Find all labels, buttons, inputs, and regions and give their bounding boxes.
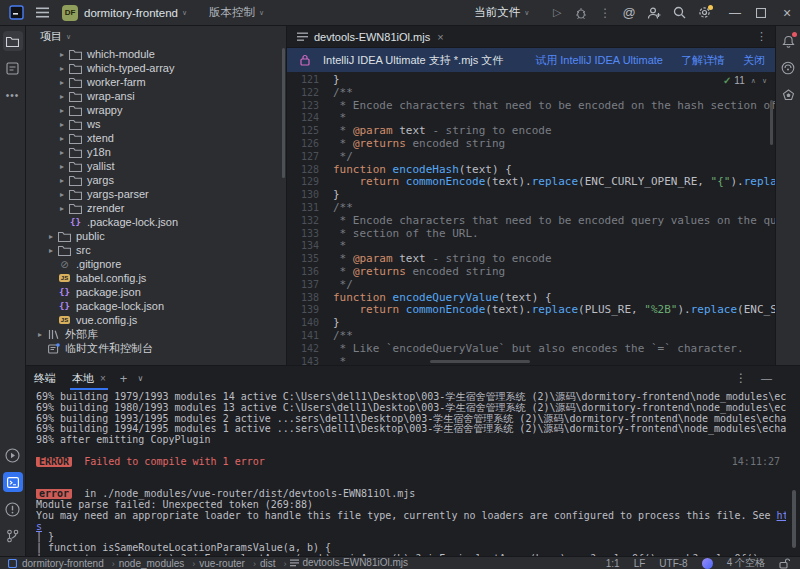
search-icon[interactable] [669, 3, 689, 23]
editor-vscrollbar[interactable] [770, 100, 773, 145]
main-menu-icon[interactable] [32, 3, 52, 23]
settings-gear-icon[interactable] [694, 3, 714, 23]
tree-item[interactable]: ▸zrender [26, 201, 286, 215]
terminal-tool-icon[interactable] [3, 472, 23, 492]
tree-item[interactable]: ▸src [26, 243, 286, 257]
line-number[interactable]: 138 [287, 292, 319, 305]
next-problem-icon[interactable]: ∨ [762, 77, 767, 85]
line-ending[interactable]: LF [634, 558, 646, 569]
line-number[interactable]: 134 [287, 240, 319, 253]
breadcrumb-item[interactable]: vue-router [199, 558, 245, 569]
line-number[interactable]: 139 [287, 304, 319, 317]
caret-position[interactable]: 1:1 [606, 558, 620, 569]
tree-item[interactable]: ▸wrap-ansi [26, 89, 286, 103]
line-number[interactable]: 140 [287, 317, 319, 330]
terminal-title[interactable]: 终端 [34, 371, 56, 386]
tree-item[interactable]: JSbabel.config.js [26, 271, 286, 285]
line-number[interactable]: 126 [287, 138, 319, 151]
terminal-tab-local[interactable]: 本地 × [66, 366, 112, 390]
tree-item[interactable]: ▸which-module [26, 47, 286, 61]
inspections-widget[interactable]: ✓ 11 ∧ ∨ [721, 75, 769, 86]
plugin-shield-icon[interactable] [778, 85, 798, 105]
line-number[interactable]: 130 [287, 189, 319, 202]
tree-item[interactable]: ▸wrappy [26, 103, 286, 117]
plugin-status-icon[interactable] [702, 558, 713, 569]
vcs-widget[interactable]: 版本控制 ∨ [209, 5, 264, 20]
terminal-scrollbar[interactable] [792, 490, 796, 548]
line-number[interactable]: 133 [287, 228, 319, 241]
terminal-minimize-icon[interactable]: — [761, 372, 772, 384]
line-number[interactable]: 125 [287, 125, 319, 138]
line-number[interactable]: 128 [287, 164, 319, 177]
project-scrollbar[interactable] [282, 48, 285, 178]
terminal-tab-close-icon[interactable]: × [100, 373, 106, 384]
webpack-docs-link[interactable]: s [36, 522, 42, 532]
line-number[interactable]: 143 [287, 356, 319, 365]
line-number[interactable]: 127 [287, 151, 319, 164]
tree-item[interactable]: ▸which-typed-array [26, 61, 286, 75]
tree-item[interactable]: {}package.json [26, 285, 286, 299]
project-widget[interactable]: DF dormitory-frontend ∨ [62, 5, 187, 21]
line-number[interactable]: 142 [287, 343, 319, 356]
tree-item[interactable]: ▸yargs-parser [26, 187, 286, 201]
tree-item[interactable]: ▸外部库 [26, 327, 286, 341]
line-number[interactable]: 129 [287, 176, 319, 189]
tree-item[interactable]: ▸xtend [26, 131, 286, 145]
project-tool-icon[interactable] [3, 31, 23, 51]
indent-setting[interactable]: 4 个空格 [727, 556, 765, 569]
line-number[interactable]: 121 [287, 74, 319, 87]
tree-item[interactable]: {}package-lock.json [26, 299, 286, 313]
commit-tool-icon[interactable] [3, 58, 23, 78]
tree-item[interactable]: {}.package-lock.json [26, 215, 286, 229]
ai-assistant-icon[interactable] [778, 58, 798, 78]
editor-hscrollbar[interactable] [430, 360, 530, 363]
tree-item[interactable]: JSvue.config.js [26, 313, 286, 327]
debug-icon[interactable] [571, 3, 591, 23]
run-config-selector[interactable]: 当前文件 ∨ [474, 5, 529, 20]
tree-item[interactable]: ▸yargs [26, 173, 286, 187]
terminal-dropdown-icon[interactable]: ∨ [137, 374, 143, 383]
tab-options-icon[interactable]: ⋮ [756, 30, 767, 43]
tree-item[interactable]: ▸y18n [26, 145, 286, 159]
code-with-me-icon[interactable]: @ [619, 3, 639, 23]
line-number[interactable]: 132 [287, 215, 319, 228]
line-number[interactable]: 137 [287, 279, 319, 292]
file-encoding[interactable]: UTF-8 [659, 558, 687, 569]
tree-item[interactable]: ▸public [26, 229, 286, 243]
line-number[interactable]: 131 [287, 202, 319, 215]
tree-item[interactable]: ▸worker-farm [26, 75, 286, 89]
lock-open-icon[interactable] [779, 558, 790, 569]
prev-problem-icon[interactable]: ∧ [751, 77, 756, 85]
run-icon[interactable]: ▷ [547, 3, 567, 23]
minimize-button[interactable]: — [722, 0, 748, 26]
project-panel-header[interactable]: 项目 ∨ [26, 26, 286, 47]
breadcrumb-item[interactable]: dist [260, 558, 276, 569]
line-number[interactable]: 141 [287, 330, 319, 343]
add-user-icon[interactable] [644, 3, 664, 23]
run-tool-icon[interactable] [3, 445, 23, 465]
breadcrumb-item[interactable]: node_modules [119, 558, 185, 569]
app-icon[interactable] [6, 3, 26, 23]
notifications-bell-icon[interactable] [778, 31, 798, 51]
tree-item[interactable]: ⊘.gitignore [26, 257, 286, 271]
problems-tool-icon[interactable] [3, 499, 23, 519]
webpack-docs-link[interactable]: https://webpack.js.org/concepts#loader [777, 511, 786, 521]
git-branch-icon[interactable] [3, 526, 23, 546]
line-number[interactable]: 122 [287, 87, 319, 100]
tree-item[interactable]: ▸ws [26, 117, 286, 131]
learn-more-link[interactable]: 了解详情 [681, 53, 725, 68]
close-button[interactable]: × [774, 0, 800, 26]
more-actions-icon[interactable]: ⋮ [595, 3, 615, 23]
line-number[interactable]: 136 [287, 266, 319, 279]
tree-item[interactable]: ▸yallist [26, 159, 286, 173]
try-ultimate-link[interactable]: 试用 IntelliJ IDEA Ultimate [535, 53, 663, 68]
more-tools-icon[interactable]: ••• [3, 85, 23, 105]
tab-close-icon[interactable]: × [437, 31, 443, 43]
tab-devtools-file[interactable]: devtools-EWN81iOl.mjs × [287, 26, 452, 47]
tree-item[interactable]: 临时文件和控制台 [26, 341, 286, 355]
maximize-button[interactable] [748, 0, 774, 26]
line-number[interactable]: 124 [287, 112, 319, 125]
banner-close-link[interactable]: 关闭 [743, 53, 765, 68]
terminal-options-icon[interactable]: ⋮ [735, 371, 747, 385]
breadcrumb-item[interactable]: dormitory-frontend [22, 558, 104, 569]
